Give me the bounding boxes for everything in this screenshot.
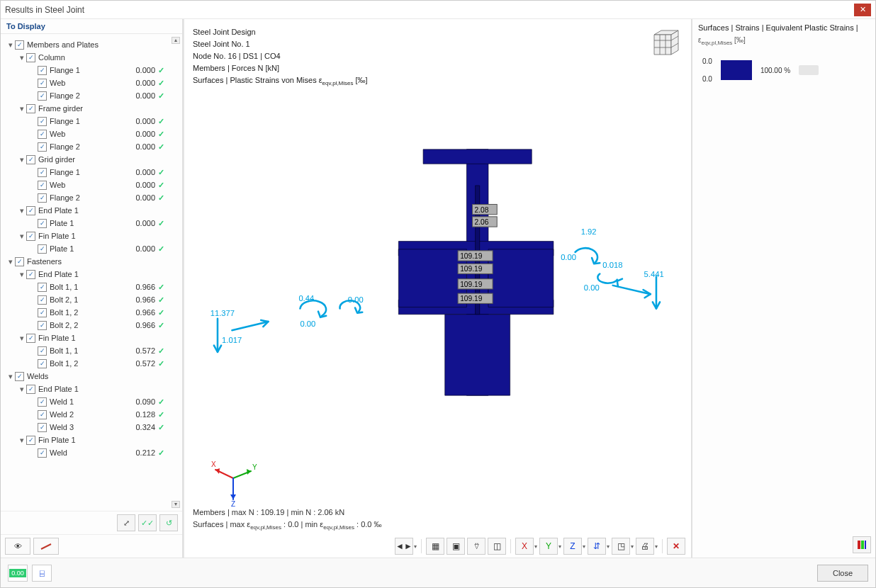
tb-view-iso[interactable]: ⇵ [588,538,606,555]
tree-row[interactable]: ▾Fin Plate 1 [4,230,179,242]
tb-view-z[interactable]: Z [563,538,582,555]
twisty-icon[interactable]: ▾ [6,257,15,266]
checkbox[interactable] [38,66,47,75]
twisty-icon[interactable]: ▾ [18,334,26,343]
checkbox[interactable] [38,142,47,152]
checkbox[interactable] [26,385,35,394]
tb-print[interactable]: 🖨 [636,538,654,555]
twisty-icon[interactable]: ▾ [18,232,26,241]
checkbox[interactable] [38,359,47,368]
tree-uncheck-all-button[interactable]: ↺ [159,514,178,531]
tree-row[interactable]: Web0.000✓ [4,128,179,140]
legend-settings-button[interactable] [853,536,871,553]
checkbox[interactable] [26,270,35,279]
twisty-icon[interactable]: ▾ [18,385,26,394]
tree-row[interactable]: Web0.000✓ [4,179,179,191]
tree-row[interactable]: Bolt 1, 10.572✓ [4,344,179,357]
tab-axes[interactable] [33,538,59,555]
tree-row[interactable]: ▾Fasteners [4,255,179,268]
viewport[interactable]: Steel Joint Design Steel Joint No. 1 Nod… [184,19,692,558]
tree-row[interactable]: Weld 10.090✓ [4,395,179,408]
twisty-icon[interactable]: ▾ [18,270,26,279]
tb-perspective[interactable]: ▦ [426,538,444,555]
checkbox[interactable] [26,155,35,164]
twisty-icon[interactable]: ▾ [18,206,26,215]
twisty-icon[interactable]: ▾ [6,372,15,381]
checkbox[interactable] [38,130,47,139]
checkbox[interactable] [38,79,47,88]
checkbox[interactable] [38,346,47,356]
checkbox[interactable] [38,219,47,228]
tb-show-results[interactable]: ◫ [488,538,506,555]
tree-row[interactable]: Bolt 1, 10.966✓ [4,281,179,293]
checkbox[interactable] [15,372,24,381]
tb-reset[interactable]: ✕ [667,538,685,555]
checkbox[interactable] [38,295,47,305]
tree-row[interactable]: ▾Fin Plate 1 [4,434,179,446]
checkbox[interactable] [26,334,35,343]
tree-row[interactable]: ▾Fin Plate 1 [4,332,179,344]
checkbox[interactable] [38,91,47,101]
checkbox[interactable] [15,257,24,266]
twisty-icon[interactable]: ▾ [18,436,26,445]
tree-row[interactable]: Weld 20.128✓ [4,408,179,421]
twisty-icon[interactable]: ▾ [18,155,26,164]
tree-check-all-button[interactable]: ✓✓ [138,514,157,531]
tab-display[interactable]: 👁 [5,538,30,555]
checkbox[interactable] [38,117,47,126]
twisty-icon[interactable]: ▾ [18,104,26,113]
checkbox[interactable] [26,206,35,215]
scroll-down-icon[interactable]: ▾ [172,501,180,508]
window-close-button[interactable]: ✕ [854,4,871,16]
tree-row[interactable]: Flange 10.000✓ [4,64,179,77]
checkbox[interactable] [15,40,24,50]
tree-row[interactable]: Plate 10.000✓ [4,242,179,255]
tree-row[interactable]: Flange 20.000✓ [4,89,179,102]
footer-model-button[interactable]: ⌸ [32,565,52,582]
tree-row[interactable]: Flange 20.000✓ [4,140,179,153]
tree-row[interactable]: ▾End Plate 1 [4,268,179,281]
tree-row[interactable]: ▾Welds [4,370,179,383]
tree-row[interactable]: ▾Members and Plates [4,38,179,51]
tb-view-menu[interactable]: ◄► [395,538,413,555]
scroll-up-icon[interactable]: ▴ [172,37,180,44]
twisty-icon[interactable]: ▾ [18,53,26,62]
tree-row[interactable]: Flange 10.000✓ [4,115,179,128]
checkbox[interactable] [26,53,35,62]
checkbox[interactable] [38,423,47,432]
tree-row[interactable]: Weld0.212✓ [4,446,179,459]
checkbox[interactable] [26,232,35,241]
tree-row[interactable]: ▾End Plate 1 [4,204,179,217]
checkbox[interactable] [26,104,35,113]
tree-row[interactable]: ▾Frame girder [4,102,179,115]
tree-row[interactable]: Flange 10.000✓ [4,166,179,179]
tree-row[interactable]: Bolt 1, 20.966✓ [4,306,179,319]
tree-row[interactable]: Bolt 2, 10.966✓ [4,293,179,306]
tree-row[interactable]: ▾Grid girder [4,153,179,166]
tree-row[interactable]: Web0.000✓ [4,77,179,89]
checkbox[interactable] [26,436,35,445]
footer-units-button[interactable]: 0.00 [8,565,28,582]
tree-expand-button[interactable]: ⤢ [117,514,135,531]
checkbox[interactable] [38,448,47,458]
tree-row[interactable]: Plate 10.000✓ [4,217,179,230]
tree-row[interactable]: Bolt 2, 20.966✓ [4,319,179,332]
axes-gizmo-icon[interactable]: X Y Z [208,458,258,508]
tree-row[interactable]: Weld 30.324✓ [4,421,179,434]
checkbox[interactable] [38,193,47,203]
checkbox[interactable] [38,168,47,177]
checkbox[interactable] [38,283,47,292]
twisty-icon[interactable]: ▾ [6,40,15,50]
checkbox[interactable] [38,244,47,254]
tree-row[interactable]: Bolt 1, 20.572✓ [4,357,179,370]
close-button[interactable]: Close [817,565,868,582]
tree[interactable]: ▴ ▾ ▾Members and Plates▾ColumnFlange 10.… [1,34,182,511]
tb-show-supports[interactable]: ▣ [447,538,465,555]
tb-render-mode[interactable]: ◳ [612,538,630,555]
checkbox[interactable] [38,321,47,330]
tb-view-y[interactable]: Y [539,538,558,555]
checkbox[interactable] [38,181,47,190]
tree-row[interactable]: ▾End Plate 1 [4,383,179,395]
tree-row[interactable]: Flange 20.000✓ [4,191,179,204]
checkbox[interactable] [38,410,47,419]
